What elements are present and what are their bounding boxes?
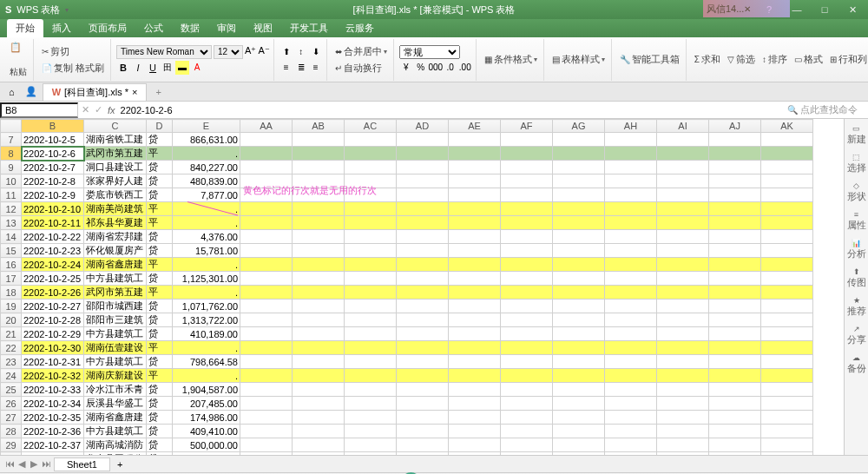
cell[interactable] (709, 383, 761, 397)
cell[interactable] (605, 369, 657, 383)
cell[interactable] (397, 341, 449, 355)
cell[interactable] (553, 425, 605, 438)
cell[interactable] (449, 438, 501, 452)
cell[interactable] (501, 230, 553, 244)
cell[interactable] (449, 327, 501, 341)
cell[interactable] (345, 438, 397, 452)
copy-button[interactable]: 📄 复制 格式刷 (39, 61, 107, 76)
cell[interactable] (761, 272, 813, 286)
cell[interactable]: 2202-10-2-29 (22, 327, 84, 341)
cell[interactable] (761, 133, 813, 147)
cell[interactable] (709, 438, 761, 452)
col-header[interactable]: AK (761, 120, 813, 133)
cell[interactable]: 湖南省铁工建 (84, 133, 147, 147)
cell[interactable] (397, 327, 449, 341)
table-row[interactable]: 222202-10-2-30湖南伍壹建设平. (1, 341, 813, 355)
cell[interactable]: 贷 (147, 161, 173, 174)
table-row[interactable]: 142202-10-2-22湖南省宏邦建贷4,376.00 (1, 230, 813, 244)
cell[interactable] (553, 341, 605, 355)
cell[interactable]: 866,631.00 (173, 133, 240, 147)
cell[interactable] (709, 452, 761, 456)
cell[interactable] (553, 161, 605, 174)
cell[interactable] (397, 133, 449, 147)
cell[interactable] (293, 341, 345, 355)
cell[interactable] (605, 383, 657, 397)
cell[interactable] (709, 327, 761, 341)
cell[interactable] (240, 161, 293, 174)
side-backup[interactable]: ☁备份 (847, 353, 866, 375)
cell[interactable]: 500,000.00 (173, 438, 240, 452)
cell[interactable] (397, 383, 449, 397)
cell[interactable]: 平 (147, 286, 173, 300)
cell[interactable] (761, 313, 813, 327)
cell[interactable] (397, 300, 449, 313)
cell[interactable] (449, 425, 501, 438)
cell[interactable] (657, 202, 709, 216)
cell[interactable]: 贷 (147, 272, 173, 286)
cell[interactable]: 2202-10-2-11 (22, 216, 84, 230)
cell[interactable]: 贷 (147, 188, 173, 202)
cell[interactable] (553, 272, 605, 286)
cell[interactable] (709, 272, 761, 286)
spreadsheet[interactable]: BCDEAAABACADAEAFAGAHAIAJAK72202-10-2-5湖南… (0, 119, 844, 455)
cell[interactable]: 2202-10-2-30 (22, 341, 84, 355)
cell[interactable] (397, 230, 449, 244)
cell[interactable]: 2202-10-2-31 (22, 355, 84, 369)
sheet-tab[interactable]: Sheet1 (54, 458, 110, 471)
cell[interactable] (293, 244, 345, 258)
cell[interactable]: 207,485.00 (173, 397, 240, 411)
user-icon[interactable]: 👤 (20, 86, 43, 97)
number-format[interactable]: 常规 (399, 45, 460, 59)
align-left-icon[interactable]: ≡ (279, 61, 293, 75)
cell[interactable] (657, 133, 709, 147)
cell[interactable] (240, 411, 293, 425)
col-header[interactable]: B (22, 120, 84, 133)
cell[interactable] (449, 147, 501, 161)
cell[interactable] (657, 230, 709, 244)
cell[interactable]: 湖南庆新建设 (84, 369, 147, 383)
row-header[interactable]: 27 (1, 411, 22, 425)
cell[interactable]: 2202-10-2-22 (22, 230, 84, 244)
tab-cloud[interactable]: 云服务 (337, 19, 383, 37)
cell[interactable] (553, 383, 605, 397)
close-tab-icon[interactable]: × (132, 87, 137, 97)
cell[interactable] (553, 188, 605, 202)
cell[interactable] (761, 383, 813, 397)
cell[interactable] (345, 188, 397, 202)
cell[interactable] (761, 411, 813, 425)
cell[interactable] (293, 383, 345, 397)
cell[interactable] (501, 202, 553, 216)
cell[interactable] (761, 341, 813, 355)
cell[interactable] (345, 230, 397, 244)
col-header[interactable]: C (84, 120, 147, 133)
cell[interactable] (240, 327, 293, 341)
cell[interactable] (553, 216, 605, 230)
cell[interactable] (449, 258, 501, 272)
cell[interactable] (501, 369, 553, 383)
cell[interactable] (501, 452, 553, 456)
cell[interactable]: 龙山县工程公 (84, 452, 147, 456)
cell[interactable] (293, 272, 345, 286)
add-sheet-icon[interactable]: + (112, 459, 128, 470)
cell[interactable] (761, 216, 813, 230)
cell[interactable] (605, 341, 657, 355)
cell[interactable] (240, 425, 293, 438)
cell[interactable] (449, 397, 501, 411)
side-share[interactable]: ↗分享 (847, 325, 866, 346)
row-header[interactable]: 25 (1, 383, 22, 397)
cell[interactable]: 中方县建筑工 (84, 355, 147, 369)
cell[interactable] (240, 452, 293, 456)
cell[interactable] (293, 188, 345, 202)
cell[interactable] (761, 174, 813, 188)
tab-home[interactable]: 开始 (7, 19, 43, 37)
cell[interactable]: 409,410.00 (173, 425, 240, 438)
col-header[interactable]: D (147, 120, 173, 133)
dec-dec-icon[interactable]: .00 (458, 61, 472, 75)
table-row[interactable]: 192202-10-2-27邵阳市城西建贷1,071,762.00 (1, 300, 813, 313)
cell[interactable] (553, 369, 605, 383)
cell[interactable] (657, 161, 709, 174)
cell[interactable] (605, 133, 657, 147)
cell[interactable]: 洞口县建设工 (84, 161, 147, 174)
cell[interactable]: 中方县建筑工 (84, 272, 147, 286)
cell[interactable]: 2202-10-2-37 (22, 438, 84, 452)
